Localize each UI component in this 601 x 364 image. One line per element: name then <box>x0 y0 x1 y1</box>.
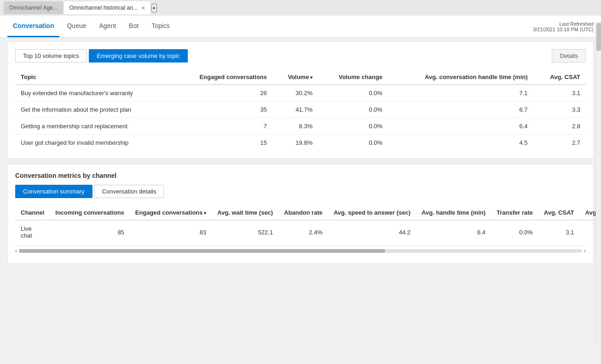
topic-cell: Buy extended the manufacturer's warranty <box>15 85 172 102</box>
nav-tab-conversation-label: Conversation <box>13 22 54 29</box>
add-tab-button[interactable]: + <box>151 4 157 12</box>
avg-csat-cell: 2.8 <box>533 118 586 135</box>
engaged-cell: 15 <box>172 135 272 151</box>
close-icon[interactable]: ✕ <box>141 6 145 11</box>
avg-csat-cell: 3.3 <box>533 102 586 118</box>
topics-table-row: Buy extended the manufacturer's warranty… <box>15 85 586 102</box>
main-content: Top 10 volume topics Emerging case volum… <box>0 38 601 364</box>
volume-change-cell: 0.0% <box>318 85 388 102</box>
avg-handle-cell: 6.7 <box>388 102 533 118</box>
col-avg-csat: Avg. CSAT <box>533 70 586 85</box>
cm-engaged-cell: 83 <box>130 220 212 244</box>
vertical-scroll-thumb[interactable] <box>596 23 601 51</box>
topics-table-row: Get the information about the protect pl… <box>15 102 586 118</box>
scroll-thumb[interactable] <box>19 249 385 253</box>
volume-cell: 19.8% <box>272 135 318 151</box>
avg-csat-cell: 2.7 <box>533 135 586 151</box>
topics-table-row: Getting a membership card replacement 7 … <box>15 118 586 135</box>
browser-tab-1-label: Omnichannel historical an... <box>69 5 138 11</box>
browser-tab-0[interactable]: Omnichannel Age... <box>4 1 63 14</box>
scroll-right-icon[interactable]: › <box>584 248 586 254</box>
engaged-cell: 35 <box>172 102 272 118</box>
top10-topics-tab[interactable]: Top 10 volume topics <box>15 49 87 63</box>
nav-tab-bot[interactable]: Bot <box>123 16 144 37</box>
col-engaged: Engaged conversations <box>172 70 272 85</box>
avg-handle-cell: 4.5 <box>388 135 533 151</box>
cm-col-avg-handle: Avg. handle time (min) <box>416 205 491 220</box>
cm-table-row: Live chat 85 83 522.1 2.4% 44.2 6.4 0.0%… <box>15 220 601 244</box>
nav-tab-agent-label: Agent <box>99 22 116 29</box>
volume-cell: 8.3% <box>272 118 318 135</box>
conversation-metrics-table: Channel Incoming conversations Engaged c… <box>15 205 601 244</box>
volume-change-cell: 0.0% <box>318 118 388 135</box>
cm-col-incoming: Incoming conversations <box>50 205 130 220</box>
topics-card: Top 10 volume topics Emerging case volum… <box>7 41 594 159</box>
browser-tab-bar: Omnichannel Age... Omnichannel historica… <box>0 0 601 16</box>
topics-tab-buttons: Top 10 volume topics Emerging case volum… <box>15 49 586 63</box>
volume-cell: 30.2% <box>272 85 318 102</box>
cm-avg-wait-cell: 522.1 <box>212 220 278 244</box>
browser-tab-1[interactable]: Omnichannel historical an... ✕ <box>64 1 150 14</box>
nav-tab-topics[interactable]: Topics <box>146 16 175 37</box>
volume-change-cell: 0.0% <box>318 102 388 118</box>
conversation-metrics-title: Conversation metrics by channel <box>15 172 586 179</box>
cm-col-engaged[interactable]: Engaged conversations <box>130 205 212 220</box>
topics-table: Topic Engaged conversations Volume Volum… <box>15 70 586 151</box>
cm-col-transfer: Transfer rate <box>491 205 538 220</box>
cm-incoming-cell: 85 <box>50 220 130 244</box>
app-nav: Conversation Queue Agent Bot Topics Last… <box>0 16 601 38</box>
cm-avg-handle-cell: 6.4 <box>416 220 491 244</box>
conversation-metrics-card: Conversation metrics by channel Conversa… <box>7 164 594 264</box>
last-refreshed: Last Refreshed 3/21/2021 10:18 PM (UTC) <box>533 21 594 32</box>
engaged-cell: 7 <box>172 118 272 135</box>
topics-table-row: User got charged for invalid membership … <box>15 135 586 151</box>
col-volume-change: Volume change <box>318 70 388 85</box>
col-avg-handle: Avg. conversation handle time (min) <box>388 70 533 85</box>
cm-avg-csat-cell: 3.1 <box>538 220 580 244</box>
scroll-left-icon[interactable]: ‹ <box>15 248 17 254</box>
conversation-details-tab[interactable]: Conversation details <box>94 185 164 198</box>
avg-handle-cell: 6.4 <box>388 118 533 135</box>
conversation-sub-tabs: Conversation summary Conversation detail… <box>15 185 586 198</box>
horizontal-scrollbar[interactable]: ‹ › <box>15 245 586 256</box>
volume-change-cell: 0.0% <box>318 135 388 151</box>
avg-csat-cell: 3.1 <box>533 85 586 102</box>
engaged-cell: 26 <box>172 85 272 102</box>
cm-col-channel: Channel <box>15 205 50 220</box>
last-refreshed-value: 3/21/2021 10:18 PM (UTC) <box>533 27 594 32</box>
cm-avg-speed-cell: 44.2 <box>328 220 416 244</box>
nav-tab-agent[interactable]: Agent <box>94 16 122 37</box>
cm-abandon-cell: 2.4% <box>278 220 328 244</box>
cm-col-avg-csat: Avg. CSAT <box>538 205 580 220</box>
browser-tab-0-label: Omnichannel Age... <box>9 5 58 11</box>
scroll-track[interactable] <box>19 249 582 253</box>
topic-cell: User got charged for invalid membership <box>15 135 172 151</box>
avg-handle-cell: 7.1 <box>388 85 533 102</box>
topic-cell: Get the information about the protect pl… <box>15 102 172 118</box>
nav-tab-topics-label: Topics <box>151 22 170 29</box>
volume-cell: 41.7% <box>272 102 318 118</box>
emerging-case-tab[interactable]: Emerging case volume by topic <box>89 49 188 63</box>
cm-col-abandon: Abandon rate <box>278 205 328 220</box>
cm-col-avg-speed: Avg. speed to answer (sec) <box>328 205 416 220</box>
vertical-scrollbar[interactable] <box>595 22 601 344</box>
nav-tab-conversation[interactable]: Conversation <box>7 16 59 37</box>
nav-tab-queue[interactable]: Queue <box>61 16 92 37</box>
cm-channel-cell: Live chat <box>15 220 50 244</box>
col-volume[interactable]: Volume <box>272 70 318 85</box>
cm-col-avg-wait: Avg. wait time (sec) <box>212 205 278 220</box>
conversation-summary-tab[interactable]: Conversation summary <box>15 185 92 198</box>
col-topic: Topic <box>15 70 172 85</box>
cm-transfer-cell: 0.0% <box>491 220 538 244</box>
topic-cell: Getting a membership card replacement <box>15 118 172 135</box>
details-button[interactable]: Details <box>552 49 586 63</box>
last-refreshed-label: Last Refreshed <box>533 21 594 27</box>
nav-tab-queue-label: Queue <box>67 22 86 29</box>
nav-tab-bot-label: Bot <box>129 22 139 29</box>
